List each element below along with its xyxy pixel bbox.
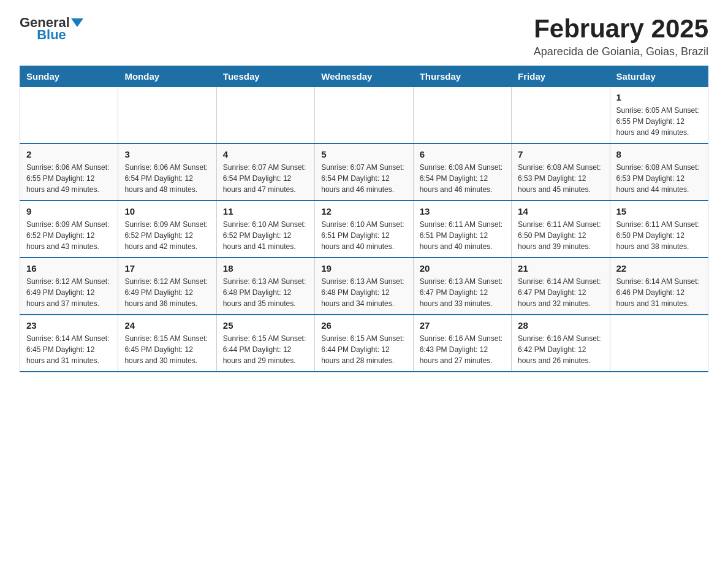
- day-number: 13: [420, 206, 505, 216]
- calendar-cell: 15Sunrise: 6:11 AM Sunset: 6:50 PM Dayli…: [610, 201, 708, 258]
- calendar-cell: 7Sunrise: 6:08 AM Sunset: 6:53 PM Daylig…: [512, 144, 610, 201]
- day-number: 8: [616, 149, 702, 159]
- weekday-header-monday: Monday: [118, 66, 216, 87]
- calendar-cell: [512, 87, 610, 144]
- day-info: Sunrise: 6:12 AM Sunset: 6:49 PM Dayligh…: [26, 276, 112, 309]
- day-info: Sunrise: 6:14 AM Sunset: 6:47 PM Dayligh…: [518, 276, 603, 309]
- day-info: Sunrise: 6:11 AM Sunset: 6:50 PM Dayligh…: [616, 219, 702, 252]
- day-info: Sunrise: 6:06 AM Sunset: 6:54 PM Dayligh…: [124, 162, 210, 195]
- weekday-header-friday: Friday: [512, 66, 610, 87]
- day-info: Sunrise: 6:14 AM Sunset: 6:45 PM Dayligh…: [26, 333, 112, 366]
- calendar-cell: 20Sunrise: 6:13 AM Sunset: 6:47 PM Dayli…: [413, 258, 511, 315]
- day-number: 7: [518, 149, 603, 159]
- calendar-cell: [413, 87, 511, 144]
- day-info: Sunrise: 6:13 AM Sunset: 6:48 PM Dayligh…: [321, 276, 406, 309]
- calendar-cell: [118, 87, 216, 144]
- calendar-cell: 10Sunrise: 6:09 AM Sunset: 6:52 PM Dayli…: [118, 201, 216, 258]
- calendar-cell: [216, 87, 314, 144]
- day-info: Sunrise: 6:15 AM Sunset: 6:45 PM Dayligh…: [124, 333, 210, 366]
- calendar-cell: 22Sunrise: 6:14 AM Sunset: 6:46 PM Dayli…: [610, 258, 708, 315]
- weekday-header-tuesday: Tuesday: [216, 66, 314, 87]
- calendar-row-0: 1Sunrise: 6:05 AM Sunset: 6:55 PM Daylig…: [20, 87, 708, 144]
- day-info: Sunrise: 6:07 AM Sunset: 6:54 PM Dayligh…: [321, 162, 406, 195]
- calendar-row-3: 16Sunrise: 6:12 AM Sunset: 6:49 PM Dayli…: [20, 258, 708, 315]
- day-info: Sunrise: 6:09 AM Sunset: 6:52 PM Dayligh…: [26, 219, 112, 252]
- day-info: Sunrise: 6:14 AM Sunset: 6:46 PM Dayligh…: [616, 276, 702, 309]
- logo-blue-text: Blue: [37, 27, 66, 43]
- calendar-cell: 21Sunrise: 6:14 AM Sunset: 6:47 PM Dayli…: [512, 258, 610, 315]
- day-number: 20: [420, 263, 505, 274]
- day-number: 14: [518, 206, 603, 216]
- day-number: 11: [223, 206, 308, 216]
- day-info: Sunrise: 6:12 AM Sunset: 6:49 PM Dayligh…: [124, 276, 210, 309]
- calendar-cell: 25Sunrise: 6:15 AM Sunset: 6:44 PM Dayli…: [216, 315, 314, 372]
- day-info: Sunrise: 6:11 AM Sunset: 6:51 PM Dayligh…: [420, 219, 505, 252]
- calendar-cell: 12Sunrise: 6:10 AM Sunset: 6:51 PM Dayli…: [315, 201, 413, 258]
- weekday-header-row: SundayMondayTuesdayWednesdayThursdayFrid…: [20, 66, 708, 87]
- calendar-cell: [610, 315, 708, 372]
- day-number: 9: [26, 206, 112, 216]
- calendar-cell: 8Sunrise: 6:08 AM Sunset: 6:53 PM Daylig…: [610, 144, 708, 201]
- day-number: 6: [420, 149, 505, 159]
- calendar-cell: 2Sunrise: 6:06 AM Sunset: 6:55 PM Daylig…: [20, 144, 118, 201]
- day-number: 12: [321, 206, 406, 216]
- day-info: Sunrise: 6:15 AM Sunset: 6:44 PM Dayligh…: [321, 333, 406, 366]
- day-info: Sunrise: 6:08 AM Sunset: 6:53 PM Dayligh…: [616, 162, 702, 195]
- calendar-cell: 23Sunrise: 6:14 AM Sunset: 6:45 PM Dayli…: [20, 315, 118, 372]
- calendar-cell: 28Sunrise: 6:16 AM Sunset: 6:42 PM Dayli…: [512, 315, 610, 372]
- weekday-header-saturday: Saturday: [610, 66, 708, 87]
- calendar-cell: [315, 87, 413, 144]
- month-title: February 2025: [534, 15, 708, 43]
- calendar-cell: 17Sunrise: 6:12 AM Sunset: 6:49 PM Dayli…: [118, 258, 216, 315]
- day-number: 15: [616, 206, 702, 216]
- day-info: Sunrise: 6:07 AM Sunset: 6:54 PM Dayligh…: [223, 162, 308, 195]
- calendar-cell: 13Sunrise: 6:11 AM Sunset: 6:51 PM Dayli…: [413, 201, 511, 258]
- day-info: Sunrise: 6:13 AM Sunset: 6:48 PM Dayligh…: [223, 276, 308, 309]
- day-info: Sunrise: 6:16 AM Sunset: 6:42 PM Dayligh…: [518, 333, 603, 366]
- day-info: Sunrise: 6:10 AM Sunset: 6:51 PM Dayligh…: [321, 219, 406, 252]
- day-info: Sunrise: 6:09 AM Sunset: 6:52 PM Dayligh…: [124, 219, 210, 252]
- day-info: Sunrise: 6:05 AM Sunset: 6:55 PM Dayligh…: [616, 105, 702, 138]
- day-number: 23: [26, 320, 112, 331]
- day-number: 25: [223, 320, 308, 331]
- day-info: Sunrise: 6:15 AM Sunset: 6:44 PM Dayligh…: [223, 333, 308, 366]
- calendar-cell: 3Sunrise: 6:06 AM Sunset: 6:54 PM Daylig…: [118, 144, 216, 201]
- calendar-cell: 24Sunrise: 6:15 AM Sunset: 6:45 PM Dayli…: [118, 315, 216, 372]
- calendar-row-1: 2Sunrise: 6:06 AM Sunset: 6:55 PM Daylig…: [20, 144, 708, 201]
- day-number: 27: [420, 320, 505, 331]
- calendar-row-2: 9Sunrise: 6:09 AM Sunset: 6:52 PM Daylig…: [20, 201, 708, 258]
- day-number: 17: [124, 263, 210, 274]
- calendar-cell: 9Sunrise: 6:09 AM Sunset: 6:52 PM Daylig…: [20, 201, 118, 258]
- page-header: General Blue February 2025 Aparecida de …: [20, 15, 708, 58]
- calendar-cell: 18Sunrise: 6:13 AM Sunset: 6:48 PM Dayli…: [216, 258, 314, 315]
- day-number: 4: [223, 149, 308, 159]
- day-number: 26: [321, 320, 406, 331]
- day-number: 3: [124, 149, 210, 159]
- weekday-header-sunday: Sunday: [20, 66, 118, 87]
- day-info: Sunrise: 6:13 AM Sunset: 6:47 PM Dayligh…: [420, 276, 505, 309]
- day-number: 24: [124, 320, 210, 331]
- day-info: Sunrise: 6:11 AM Sunset: 6:50 PM Dayligh…: [518, 219, 603, 252]
- day-info: Sunrise: 6:08 AM Sunset: 6:54 PM Dayligh…: [420, 162, 505, 195]
- day-number: 10: [124, 206, 210, 216]
- day-number: 16: [26, 263, 112, 274]
- day-number: 2: [26, 149, 112, 159]
- calendar-table: SundayMondayTuesdayWednesdayThursdayFrid…: [20, 66, 708, 372]
- svg-marker-0: [71, 18, 83, 27]
- logo: General Blue: [20, 15, 83, 43]
- calendar-cell: 27Sunrise: 6:16 AM Sunset: 6:43 PM Dayli…: [413, 315, 511, 372]
- weekday-header-thursday: Thursday: [413, 66, 511, 87]
- calendar-body: 1Sunrise: 6:05 AM Sunset: 6:55 PM Daylig…: [20, 87, 708, 372]
- day-number: 21: [518, 263, 603, 274]
- calendar-cell: 6Sunrise: 6:08 AM Sunset: 6:54 PM Daylig…: [413, 144, 511, 201]
- logo-triangle-icon: [71, 18, 83, 27]
- weekday-header-wednesday: Wednesday: [315, 66, 413, 87]
- day-number: 28: [518, 320, 603, 331]
- day-info: Sunrise: 6:08 AM Sunset: 6:53 PM Dayligh…: [518, 162, 603, 195]
- calendar-cell: 14Sunrise: 6:11 AM Sunset: 6:50 PM Dayli…: [512, 201, 610, 258]
- calendar-cell: [20, 87, 118, 144]
- calendar-cell: 1Sunrise: 6:05 AM Sunset: 6:55 PM Daylig…: [610, 87, 708, 144]
- title-block: February 2025 Aparecida de Goiania, Goia…: [534, 15, 708, 58]
- day-info: Sunrise: 6:16 AM Sunset: 6:43 PM Dayligh…: [420, 333, 505, 366]
- calendar-header: SundayMondayTuesdayWednesdayThursdayFrid…: [20, 66, 708, 87]
